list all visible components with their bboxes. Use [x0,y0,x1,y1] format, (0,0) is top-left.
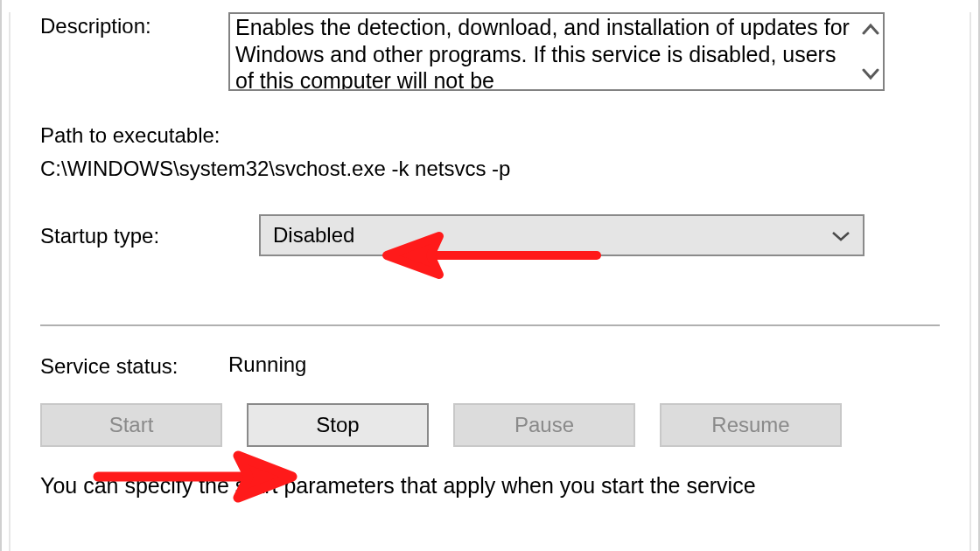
description-text: Enables the detection, download, and ins… [235,14,858,91]
pause-button: Pause [453,403,635,447]
chevron-down-icon [831,223,850,248]
startup-label: Startup type: [40,222,259,248]
dialog-panel: Description: Enables the detection, down… [9,12,971,551]
description-label: Description: [40,12,228,38]
startup-type-dropdown[interactable]: Disabled [259,214,864,256]
path-label: Path to executable: [40,119,940,152]
path-block: Path to executable: C:\WINDOWS\system32\… [40,119,940,186]
service-buttons-row: Start Stop Pause Resume [40,403,940,447]
status-row: Service status: Running [40,352,940,379]
description-row: Description: Enables the detection, down… [40,12,940,91]
path-value: C:\WINDOWS\system32\svchost.exe -k netsv… [40,152,940,185]
start-button: Start [40,403,222,447]
start-parameters-hint: You can specify the start parameters tha… [40,473,940,499]
description-textbox[interactable]: Enables the detection, download, and ins… [228,12,885,91]
description-scrollbar[interactable] [858,14,883,89]
startup-type-selected: Disabled [273,223,354,248]
status-label: Service status: [40,352,228,379]
window-outer-border: Description: Enables the detection, down… [0,0,980,551]
stop-button[interactable]: Stop [247,403,429,447]
scroll-up-icon[interactable] [862,19,879,38]
resume-button: Resume [660,403,842,447]
status-value: Running [228,352,306,377]
scroll-down-icon[interactable] [862,65,879,84]
startup-row: Startup type: Disabled [40,214,940,256]
section-divider [40,324,940,326]
